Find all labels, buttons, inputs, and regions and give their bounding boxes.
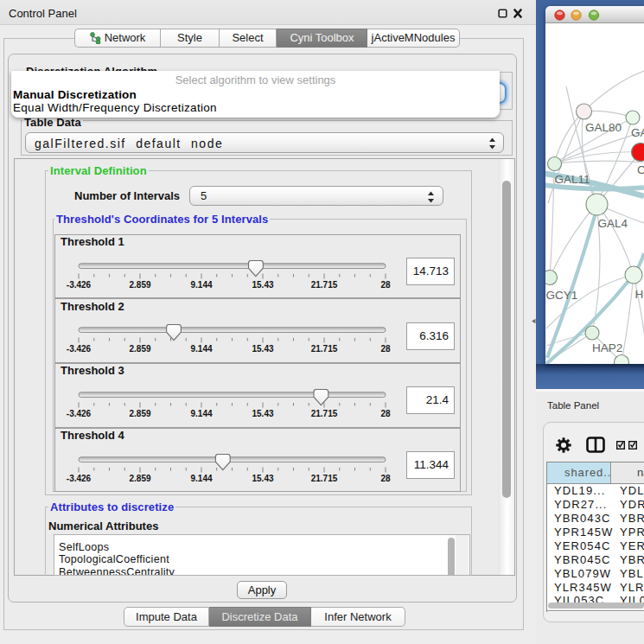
svg-text:HAP2: HAP2 [592,341,622,354]
svg-text:2.859: 2.859 [129,344,150,354]
svg-text:2.859: 2.859 [129,473,150,482]
svg-text:15.43: 15.43 [252,344,273,354]
svg-text:C: C [637,163,644,176]
svg-text:-3.426: -3.426 [67,408,92,418]
svg-text:9.144: 9.144 [190,344,212,354]
svg-text:9.144: 9.144 [190,279,212,289]
svg-text:-3.426: -3.426 [67,279,92,289]
svg-text:21.715: 21.715 [311,279,338,289]
svg-text:2.859: 2.859 [129,408,150,418]
svg-text:21.715: 21.715 [311,473,338,482]
svg-text:28: 28 [380,473,391,482]
svg-text:9.144: 9.144 [190,473,212,482]
svg-text:15.43: 15.43 [252,408,273,418]
svg-text:21.715: 21.715 [311,408,338,418]
svg-text:2.859: 2.859 [129,279,150,289]
svg-text:28: 28 [380,344,391,354]
svg-text:H: H [635,288,644,301]
svg-text:GCY1: GCY1 [546,289,578,302]
svg-text:15.43: 15.43 [252,279,273,289]
svg-text:28: 28 [380,279,391,289]
svg-text:GAL4: GAL4 [598,217,628,230]
svg-text:9.144: 9.144 [190,408,212,418]
svg-text:GA: GA [631,126,644,139]
svg-text:GAL80: GAL80 [585,121,622,134]
svg-text:-3.426: -3.426 [67,344,92,354]
svg-text:-3.426: -3.426 [67,473,92,482]
svg-text:15.43: 15.43 [252,473,273,482]
svg-text:28: 28 [380,408,391,418]
svg-text:21.715: 21.715 [311,344,338,354]
svg-text:GAL11: GAL11 [555,173,590,186]
